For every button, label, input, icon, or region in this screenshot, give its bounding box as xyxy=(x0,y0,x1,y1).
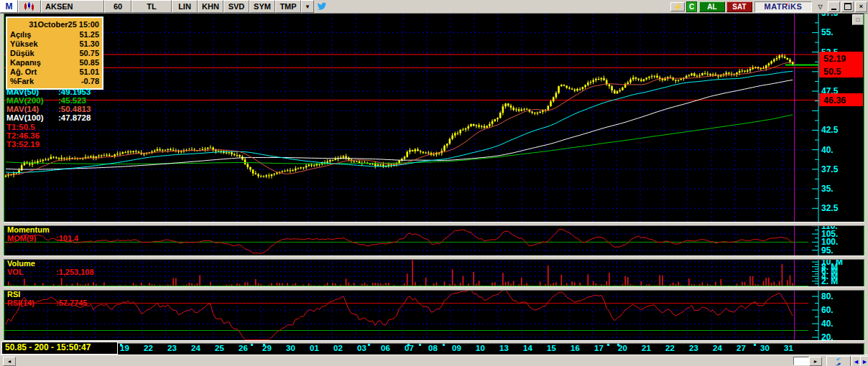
tab-lin[interactable]: LIN xyxy=(172,0,198,13)
buy-button[interactable]: AL xyxy=(699,1,725,12)
panel-separator[interactable] xyxy=(4,340,864,344)
info-value: -0.78 xyxy=(81,77,99,86)
info-label: %Fark xyxy=(10,77,34,86)
svg-text:09: 09 xyxy=(452,344,461,352)
svg-text:24: 24 xyxy=(713,344,722,352)
svg-text:35.: 35. xyxy=(821,184,834,194)
svg-text:16: 16 xyxy=(571,344,580,352)
sell-button[interactable]: SAT xyxy=(726,1,752,12)
chart-canvas[interactable]: 57.555.52.547.542.540.37.535.32.552.1950… xyxy=(0,0,868,366)
panel-separator[interactable] xyxy=(4,255,864,260)
tab-sym[interactable]: SYM xyxy=(249,0,275,13)
minimize-icon xyxy=(831,9,836,10)
volume-value: VOL:1,253,108 xyxy=(7,268,94,276)
svg-text:06: 06 xyxy=(381,344,390,352)
ohlc-info-box: 31October25 15:00 Açılış51.25 Yüksek51.3… xyxy=(6,17,103,90)
info-label: Düşük xyxy=(10,49,34,58)
info-value: 50.85 xyxy=(79,58,99,67)
mav50-label: MAV(50):49.1953 xyxy=(6,88,91,96)
chart-type-icon[interactable] xyxy=(18,0,41,13)
scroll-right-button[interactable]: ► xyxy=(809,357,822,366)
maximize-icon xyxy=(844,3,851,10)
svg-text:37.5: 37.5 xyxy=(821,164,839,174)
svg-text:52.19: 52.19 xyxy=(823,54,846,64)
svg-text:22: 22 xyxy=(144,344,153,352)
svg-text:10: 10 xyxy=(476,344,485,352)
svg-text:50.5: 50.5 xyxy=(823,67,841,77)
svg-text:25: 25 xyxy=(215,344,224,352)
svg-text:95.: 95. xyxy=(821,245,834,255)
mav100-label: MAV(100):47.8728 xyxy=(6,113,91,122)
chevron-down-icon[interactable]: ▼ xyxy=(301,0,314,13)
close-button[interactable]: × xyxy=(855,1,867,12)
svg-text:21: 21 xyxy=(642,344,651,352)
info-value: 51.01 xyxy=(79,67,99,77)
toolbar-right-group: ⚡ C AL SAT MATRiKS ▽ × xyxy=(670,0,868,13)
volume-title: Volume xyxy=(7,259,35,268)
tab-tmp[interactable]: TMP xyxy=(275,0,301,13)
info-box-date: 31October25 15:00 xyxy=(10,19,99,30)
info-label: Kapanış xyxy=(10,58,41,67)
logo-red-dot xyxy=(786,4,788,5)
svg-text:40.: 40. xyxy=(821,145,834,155)
refresh-button[interactable]: C xyxy=(686,1,697,12)
status-box: 50.85 - 200 - 15:50:47 xyxy=(1,342,118,355)
svg-text:26: 26 xyxy=(239,344,248,352)
tab-khn[interactable]: KHN xyxy=(198,0,223,13)
svg-text:32.5: 32.5 xyxy=(821,203,839,213)
info-value: 51.30 xyxy=(79,39,99,49)
main-toolbar: M AKSEN 60 TL LIN KHN SVD SYM TMP ▼ ⚡ C … xyxy=(0,0,868,14)
svg-text:14: 14 xyxy=(523,344,532,352)
minimize-button[interactable] xyxy=(828,1,840,12)
momentum-value: MOM(9):101.4 xyxy=(7,234,78,243)
info-label: Ağ. Ort xyxy=(10,67,37,77)
svg-text:30: 30 xyxy=(760,344,770,352)
candlestick-icon xyxy=(24,2,35,11)
rsi-value: RSI(14):57.7745 xyxy=(7,299,87,307)
nav-right-button[interactable]: ► xyxy=(860,356,868,366)
svg-text:23: 23 xyxy=(689,344,698,352)
period-field[interactable]: 60 xyxy=(104,0,131,13)
svg-text:15: 15 xyxy=(547,344,556,352)
currency-field[interactable]: TL xyxy=(131,0,172,13)
svg-text:30: 30 xyxy=(286,344,295,352)
t1-label: T1:50.5 xyxy=(6,123,35,131)
symbol-field[interactable]: AKSEN xyxy=(41,0,104,13)
matriks-swirl-icon xyxy=(832,357,845,366)
svg-text:2. M: 2. M xyxy=(821,276,838,286)
panel-restore-button[interactable]: □ xyxy=(852,14,864,25)
maximize-button[interactable] xyxy=(841,1,854,12)
svg-text:40.: 40. xyxy=(821,319,834,329)
mav14-label: MAV(14):50.4813 xyxy=(6,105,91,113)
t3-label: T3:52.19 xyxy=(6,140,40,149)
matriks-spinner-button[interactable] xyxy=(826,356,851,366)
info-label: Yüksek xyxy=(10,39,38,49)
twitter-icon[interactable] xyxy=(314,0,330,13)
t2-label: T2:46.36 xyxy=(6,131,40,140)
scrollbar-track[interactable] xyxy=(793,357,809,365)
svg-text:60.: 60. xyxy=(821,305,834,315)
svg-text:23: 23 xyxy=(167,344,177,352)
rsi-title: RSI xyxy=(7,290,20,299)
svg-text:46.36: 46.36 xyxy=(823,95,846,105)
svg-text:80.: 80. xyxy=(821,291,834,301)
mav200-label: MAV(200):45.523 xyxy=(6,96,86,105)
matriks-chart-window: M AKSEN 60 TL LIN KHN SVD SYM TMP ▼ ⚡ C … xyxy=(0,0,868,366)
info-label: Açılış xyxy=(10,30,31,39)
svg-text:55.: 55. xyxy=(821,27,834,37)
window-menu-icon[interactable]: ▽ xyxy=(814,1,826,12)
svg-text:08: 08 xyxy=(428,344,438,352)
scroll-left-button[interactable]: ◄ xyxy=(3,357,16,366)
panel-separator[interactable] xyxy=(4,286,864,291)
panel-separator[interactable] xyxy=(4,222,864,226)
svg-text:01: 01 xyxy=(310,344,319,352)
svg-text:24: 24 xyxy=(191,344,200,352)
svg-text:13: 13 xyxy=(499,344,509,352)
svg-text:17: 17 xyxy=(594,344,604,352)
svg-text:22: 22 xyxy=(665,344,675,352)
tab-svd[interactable]: SVD xyxy=(223,0,249,13)
matriks-logo: MATRiKS xyxy=(754,1,812,12)
info-value: 50.75 xyxy=(79,49,99,58)
lightning-icon[interactable]: ⚡ xyxy=(670,2,685,11)
app-logo[interactable]: M xyxy=(0,0,18,13)
